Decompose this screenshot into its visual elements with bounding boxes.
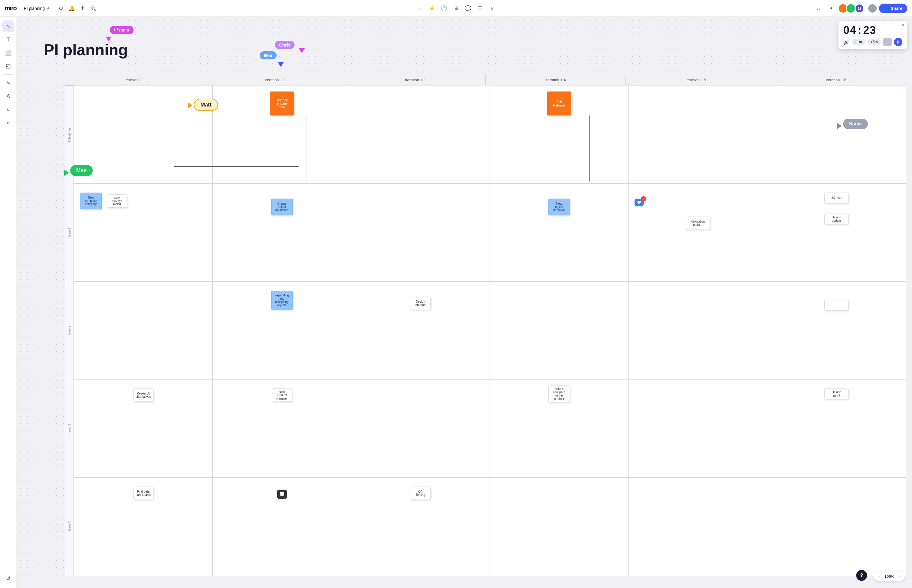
- star-icon[interactable]: ★: [47, 6, 50, 11]
- frame-icon: ⬜: [5, 50, 12, 56]
- grid-body: Milestones Team 1 Team 2 Team 3 Team 4 R…: [65, 85, 456, 294]
- miro-logo: miro: [0, 5, 21, 12]
- expanding-collapsing-card[interactable]: Expanding and collapsing objects: [271, 291, 293, 294]
- search-button[interactable]: 🔍: [88, 3, 99, 14]
- more-tools-button[interactable]: »: [2, 117, 15, 129]
- cell-t1c2: Create object animation: [213, 184, 351, 282]
- sticky-icon: ◱: [6, 63, 11, 69]
- shape-icon: A: [6, 93, 10, 100]
- shape-tool-button[interactable]: A: [2, 90, 15, 102]
- text-tool-button[interactable]: T: [2, 34, 15, 45]
- matt-label: Matt: [194, 99, 218, 111]
- row-label-team1: Team 1: [65, 184, 74, 282]
- left-toolbar: ↖ T ⬜ ◱ ✎ A # » ↺: [0, 17, 17, 294]
- toolbar-separator: [3, 74, 13, 75]
- board-name[interactable]: PI planning ★: [21, 6, 53, 11]
- page-title: PI planning: [44, 41, 128, 59]
- bea-label: Bea: [260, 51, 277, 60]
- release-private-beta-card[interactable]: Release private beta: [270, 92, 294, 115]
- select-tool-button[interactable]: ↖: [2, 20, 15, 32]
- text-icon: T: [6, 37, 10, 43]
- hisham-cursor-arrow: [106, 37, 111, 41]
- mae-cursor-arrow: [64, 170, 69, 176]
- grid-cells: Release private beta Full Release New te…: [74, 85, 456, 294]
- new-strategy-metod-card[interactable]: New strategy metod: [107, 194, 127, 208]
- timer-button[interactable]: 🕐: [439, 3, 449, 14]
- row-label-team2: Team 2: [65, 282, 74, 294]
- col-header-1: Iteration 1.1: [65, 75, 205, 85]
- cursor-icon: ↖: [6, 23, 11, 30]
- notifications-button[interactable]: 🔔: [66, 3, 77, 14]
- column-headers: Iteration 1.1 Iteration 1.2 Iteration 1.…: [65, 75, 456, 85]
- chris-cursor-arrow: [299, 48, 305, 53]
- lightning-button[interactable]: ⚡: [426, 3, 437, 14]
- mid-toolbar: ‹ ⚡ 🕐 🖥 💬 ☰ ∨: [415, 0, 456, 17]
- cell-t2c1: [74, 282, 213, 294]
- frame-tool-button[interactable]: ⬜: [2, 47, 15, 59]
- create-object-animation-card[interactable]: Create object animation: [271, 199, 293, 215]
- chris-label: Chris: [275, 41, 295, 49]
- cell-t1c1: New template category New strategy metod: [74, 184, 213, 282]
- pen-icon: ✎: [6, 80, 11, 86]
- grid-icon: #: [6, 107, 10, 113]
- cell-m2: Release private beta: [213, 86, 351, 184]
- settings-button[interactable]: ⚙: [55, 3, 66, 14]
- cell-m1: [74, 86, 213, 184]
- hisham-label: Hisham: [110, 26, 134, 34]
- cell-t2c2: Expanding and collapsing objects: [213, 282, 351, 294]
- cell-m3: [351, 86, 456, 184]
- share-board-button[interactable]: ⬆: [77, 3, 88, 14]
- pen-tool-button[interactable]: ✎: [2, 77, 15, 89]
- sticky-tool-button[interactable]: ◱: [2, 60, 15, 72]
- cell-t1c3: [351, 184, 456, 282]
- divider: [54, 4, 54, 13]
- back-button[interactable]: ‹: [415, 3, 425, 14]
- bea-cursor-arrow: [278, 62, 284, 67]
- toolbar-separator-2: [3, 131, 13, 131]
- screen-button[interactable]: 🖥: [450, 3, 456, 14]
- cell-t2c3: Design Interface: [351, 282, 456, 294]
- top-bar: miro PI planning ★ ⚙ 🔔 ⬆ 🔍 ‹ ⚡ 🕐 🖥 💬 ☰ ∨…: [0, 0, 456, 17]
- new-template-category-card[interactable]: New template category: [80, 192, 102, 209]
- row-labels: Milestones Team 1 Team 2 Team 3 Team 4: [65, 85, 74, 294]
- more-icon: »: [6, 120, 10, 126]
- col-header-2: Iteration 1.2: [205, 75, 345, 85]
- canvas[interactable]: PI planning Hisham Chris Bea Iteration 1…: [17, 17, 456, 294]
- grid-tool-button[interactable]: #: [2, 103, 15, 115]
- mae-label: Mae: [70, 165, 93, 176]
- matt-cursor-arrow: [188, 102, 193, 108]
- col-header-3: Iteration 1.3: [345, 75, 456, 85]
